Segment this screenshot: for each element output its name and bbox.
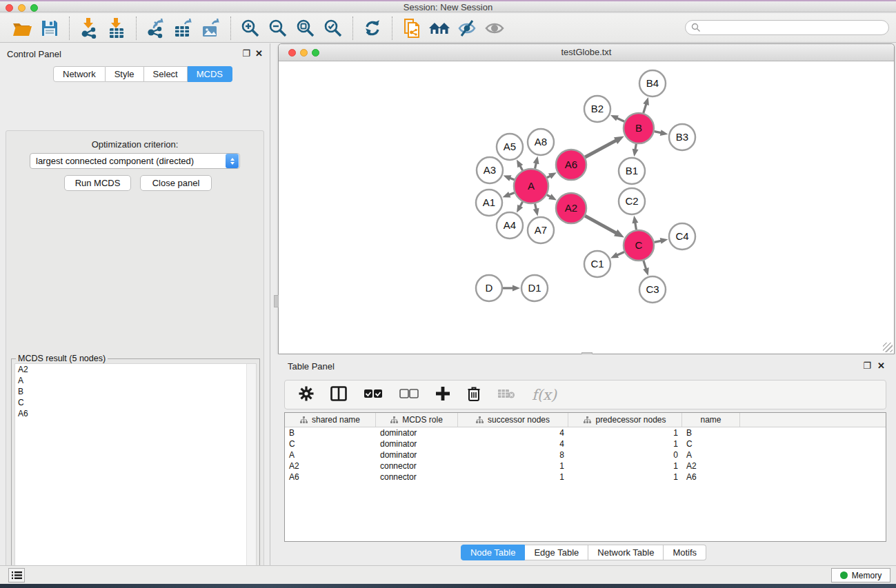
vertical-divider-handle[interactable]: [274, 295, 279, 307]
hide-labels-icon[interactable]: [453, 16, 481, 41]
zoom-fit-icon[interactable]: [292, 16, 319, 41]
column-header-predecessor-nodes[interactable]: predecessor nodes: [568, 413, 682, 427]
table-panel-title: Table Panel: [288, 361, 335, 372]
hierarchy-icon: [390, 416, 398, 424]
app-title-bar: Session: New Session: [0, 0, 896, 12]
table-row[interactable]: A2connector11A2: [285, 460, 886, 472]
node-label-C: C: [635, 239, 643, 251]
table-cell: C: [285, 439, 376, 449]
tab-style[interactable]: Style: [106, 66, 144, 82]
graph-edge[interactable]: [644, 103, 646, 113]
table-row[interactable]: Bdominator41B: [285, 427, 886, 438]
show-panels-button[interactable]: [8, 568, 25, 582]
table-row[interactable]: Cdominator41C: [285, 438, 886, 449]
node-label-A2: A2: [565, 202, 577, 214]
graph-edge[interactable]: [644, 261, 646, 270]
graph-edge[interactable]: [585, 216, 617, 234]
tab-motifs[interactable]: Motifs: [664, 545, 706, 560]
node-label-B1: B1: [626, 165, 638, 176]
column-header-shared-name[interactable]: shared name: [285, 413, 376, 427]
tab-mcds[interactable]: MCDS: [188, 66, 232, 82]
node-label-A: A: [528, 180, 535, 192]
delete-table-icon[interactable]: [497, 387, 515, 403]
node-label-A6: A6: [565, 159, 577, 170]
export-table-icon[interactable]: [170, 16, 197, 41]
duplicate-network-icon[interactable]: [398, 16, 426, 41]
edge-arrowhead: [643, 97, 649, 105]
optimization-criterion-label: Optimization criterion:: [6, 139, 263, 150]
export-network-icon[interactable]: [142, 16, 170, 41]
close-panel-button[interactable]: Close panel: [140, 175, 212, 191]
delete-icon[interactable]: [467, 385, 481, 405]
zoom-in-icon[interactable]: [237, 16, 264, 41]
table-cell: C: [682, 439, 740, 449]
float-table-panel-icon[interactable]: ❐: [863, 361, 871, 371]
result-item[interactable]: C: [15, 397, 256, 408]
node-label-D: D: [486, 282, 493, 294]
refresh-icon[interactable]: [359, 16, 386, 41]
edge-arrowhead: [660, 238, 668, 244]
edge-arrowhead: [512, 285, 520, 292]
network-window-titlebar[interactable]: testGlobe.txt: [279, 44, 894, 61]
save-session-icon[interactable]: [36, 16, 63, 41]
add-column-icon[interactable]: [435, 386, 450, 404]
table-body: Bdominator41BCdominator41CAdominator80AA…: [285, 427, 886, 483]
select-all-icon[interactable]: [364, 389, 383, 401]
toolbar-separator: [230, 17, 231, 40]
run-mcds-button[interactable]: Run MCDS: [64, 175, 131, 191]
close-table-panel-icon[interactable]: ✕: [877, 361, 885, 371]
criterion-value: largest connected component (directed): [30, 156, 226, 166]
function-builder-icon[interactable]: f(x): [532, 387, 557, 403]
edge-arrowhead: [503, 192, 511, 197]
edge-arrowhead: [633, 149, 639, 157]
node-label-C2: C2: [625, 195, 638, 207]
float-panel-icon[interactable]: ❐: [242, 48, 250, 59]
control-panel-title: Control Panel: [7, 49, 61, 59]
table-row[interactable]: Adominator80A: [285, 449, 886, 460]
search-input[interactable]: [701, 23, 888, 32]
result-item[interactable]: A6: [15, 408, 256, 419]
table-tabs: Node Table Edge Table Network Table Moti…: [271, 545, 896, 560]
table-row[interactable]: A6connector11A6: [285, 472, 886, 483]
criterion-select[interactable]: largest connected component (directed): [30, 153, 240, 169]
tab-network[interactable]: Network: [53, 66, 106, 82]
list-icon: [12, 571, 22, 580]
import-network-icon[interactable]: [75, 16, 103, 41]
zoom-out-icon[interactable]: [264, 16, 292, 41]
tab-network-table[interactable]: Network Table: [588, 545, 664, 560]
tab-node-table[interactable]: Node Table: [461, 545, 526, 560]
status-bar: Memory: [0, 565, 896, 584]
eye-icon[interactable]: [481, 16, 508, 41]
graph-edge[interactable]: [585, 140, 617, 157]
table-cell: A6: [285, 472, 376, 482]
resize-grip-icon[interactable]: [883, 343, 893, 352]
table-cell: 1: [568, 428, 682, 438]
result-item[interactable]: A: [15, 375, 256, 386]
tab-select[interactable]: Select: [144, 66, 188, 82]
gear-icon[interactable]: [299, 386, 314, 404]
memory-button[interactable]: Memory: [831, 568, 890, 582]
split-columns-icon[interactable]: [330, 386, 347, 404]
import-table-icon[interactable]: [103, 16, 130, 41]
result-item[interactable]: B: [15, 386, 256, 397]
close-panel-icon[interactable]: ✕: [255, 48, 263, 59]
table-cell: 4: [458, 439, 568, 449]
network-graph[interactable]: B4B2BB3A5A8A6B1A3AA1C2A2A4A7CC4C1C3DD1: [279, 62, 893, 354]
column-header-successor-nodes[interactable]: successor nodes: [458, 413, 568, 427]
export-image-icon[interactable]: [197, 16, 225, 41]
deselect-all-icon[interactable]: [399, 389, 419, 401]
result-scrollbar[interactable]: [246, 364, 256, 588]
edge-arrowhead: [533, 156, 539, 165]
tab-edge-table[interactable]: Edge Table: [525, 545, 588, 560]
column-header-MCDS-role[interactable]: MCDS role: [376, 413, 458, 427]
column-header-name[interactable]: name: [682, 413, 740, 427]
table-cell: 1: [568, 461, 682, 471]
node-label-C4: C4: [675, 230, 688, 242]
neighbors-icon[interactable]: [426, 16, 453, 41]
open-file-icon[interactable]: [8, 16, 36, 41]
table-cell: connector: [376, 461, 458, 471]
zoom-selected-icon[interactable]: [319, 16, 347, 41]
result-item[interactable]: A2: [15, 364, 256, 375]
edge-arrowhead: [610, 252, 619, 258]
node-label-A5: A5: [504, 141, 516, 152]
